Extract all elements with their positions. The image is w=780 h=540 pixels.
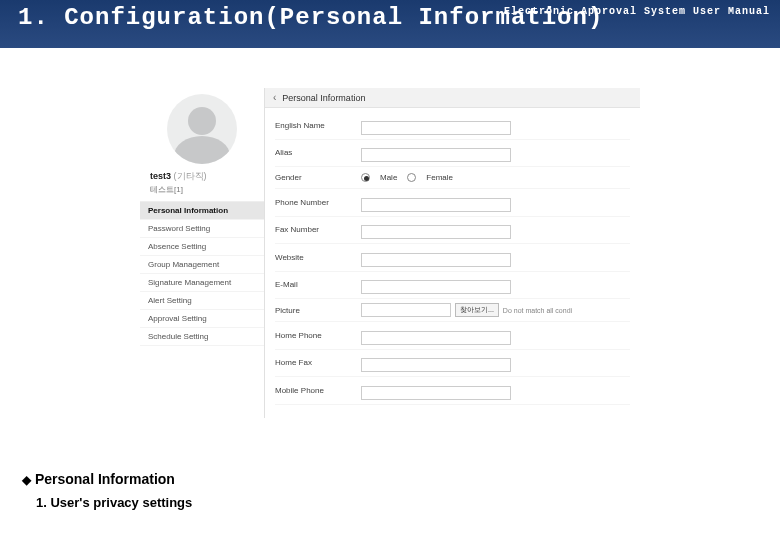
footer-title: Personal Information bbox=[35, 471, 175, 487]
input-phone[interactable] bbox=[361, 198, 511, 212]
sidebar-nav: Personal Information Password Setting Ab… bbox=[140, 201, 264, 346]
label-website: Website bbox=[275, 253, 353, 262]
user-sub: 테스트[1] bbox=[140, 184, 264, 201]
sidebar-item-absence[interactable]: Absence Setting bbox=[140, 238, 264, 256]
personal-info-form: English Name Alias Gender Male Female bbox=[265, 108, 640, 409]
input-picture-path[interactable] bbox=[361, 303, 451, 317]
row-mobile: Mobile Phone bbox=[275, 377, 630, 405]
label-gender: Gender bbox=[275, 173, 353, 182]
user-name: test3 bbox=[150, 171, 171, 181]
row-english-name: English Name bbox=[275, 112, 630, 140]
app-screenshot: test3 (기타직) 테스트[1] Personal Information … bbox=[140, 88, 640, 418]
label-alias: Alias bbox=[275, 148, 353, 157]
sidebar-item-personal-info[interactable]: Personal Information bbox=[140, 202, 264, 220]
label-english-name: English Name bbox=[275, 121, 353, 130]
footer-subtitle: 1. User's privacy settings bbox=[22, 495, 192, 510]
browse-button[interactable]: 찾아보기... bbox=[455, 303, 499, 317]
row-phone: Phone Number bbox=[275, 189, 630, 217]
sidebar-item-password[interactable]: Password Setting bbox=[140, 220, 264, 238]
row-home-fax: Home Fax bbox=[275, 350, 630, 378]
label-home-phone: Home Phone bbox=[275, 331, 353, 340]
radio-male-label: Male bbox=[380, 173, 397, 182]
sidebar-item-schedule[interactable]: Schedule Setting bbox=[140, 328, 264, 346]
row-fax: Fax Number bbox=[275, 217, 630, 245]
input-website[interactable] bbox=[361, 253, 511, 267]
label-fax: Fax Number bbox=[275, 225, 353, 234]
input-english-name[interactable] bbox=[361, 121, 511, 135]
slide-header: 1. Configuration(Personal Information) E… bbox=[0, 0, 780, 48]
diamond-icon: ◆ bbox=[22, 473, 31, 487]
label-mobile: Mobile Phone bbox=[275, 386, 353, 395]
row-email: E-Mail bbox=[275, 272, 630, 300]
radio-female-label: Female bbox=[426, 173, 453, 182]
picture-hint: Do not match all condi bbox=[503, 307, 572, 314]
avatar bbox=[167, 94, 237, 164]
user-role: (기타직) bbox=[174, 171, 207, 181]
sidebar-item-approval[interactable]: Approval Setting bbox=[140, 310, 264, 328]
radio-female[interactable] bbox=[407, 173, 416, 182]
row-alias: Alias bbox=[275, 140, 630, 168]
row-home-phone: Home Phone bbox=[275, 322, 630, 350]
input-home-fax[interactable] bbox=[361, 358, 511, 372]
user-name-row: test3 (기타직) bbox=[140, 168, 264, 184]
label-phone: Phone Number bbox=[275, 198, 353, 207]
radio-male[interactable] bbox=[361, 173, 370, 182]
label-home-fax: Home Fax bbox=[275, 358, 353, 367]
input-mobile[interactable] bbox=[361, 386, 511, 400]
label-picture: Picture bbox=[275, 306, 353, 315]
row-gender: Gender Male Female bbox=[275, 167, 630, 189]
sidebar-item-group[interactable]: Group Management bbox=[140, 256, 264, 274]
input-alias[interactable] bbox=[361, 148, 511, 162]
row-picture: Picture 찾아보기... Do not match all condi bbox=[275, 299, 630, 322]
panel-title: Personal Information bbox=[282, 93, 365, 103]
sidebar-item-signature[interactable]: Signature Management bbox=[140, 274, 264, 292]
left-sidebar: test3 (기타직) 테스트[1] Personal Information … bbox=[140, 88, 265, 418]
label-email: E-Mail bbox=[275, 280, 353, 289]
main-panel: ‹ Personal Information English Name Alia… bbox=[265, 88, 640, 418]
input-home-phone[interactable] bbox=[361, 331, 511, 345]
back-icon[interactable]: ‹ bbox=[273, 92, 276, 103]
input-email[interactable] bbox=[361, 280, 511, 294]
header-manual-label: Electronic Approval System User Manual bbox=[504, 6, 770, 17]
input-fax[interactable] bbox=[361, 225, 511, 239]
footer-note: ◆ Personal Information 1. User's privacy… bbox=[22, 471, 192, 510]
panel-header: ‹ Personal Information bbox=[265, 88, 640, 108]
row-website: Website bbox=[275, 244, 630, 272]
sidebar-item-alert[interactable]: Alert Setting bbox=[140, 292, 264, 310]
